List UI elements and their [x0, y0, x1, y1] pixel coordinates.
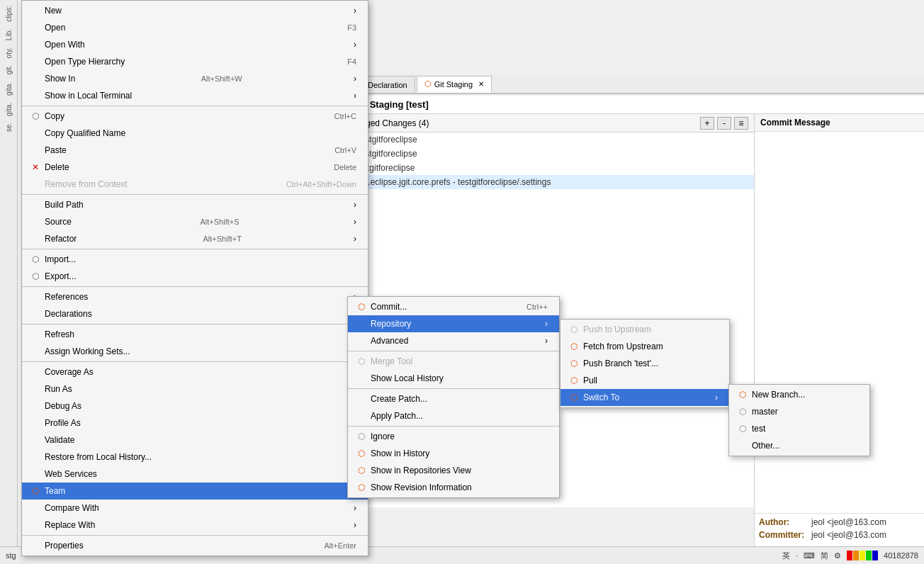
settings-icon[interactable]: ⚙ — [834, 551, 841, 560]
test-branch-icon: ⬡ — [736, 423, 749, 434]
menu-item-refresh[interactable]: Refresh F5 — [22, 326, 368, 343]
menu-item-show-in[interactable]: Show In Alt+Shift+W › — [22, 70, 368, 87]
left-sidebar: clips: Lib. oty. git. gita. gita. se. — [0, 0, 18, 546]
menu-item-export[interactable]: ⬡ Export... — [22, 268, 368, 285]
copy-icon: ⬡ — [29, 111, 42, 122]
switchto-test[interactable]: ⬡ test — [729, 420, 869, 437]
separator-2 — [22, 194, 368, 195]
keyboard-icon: ⌨ — [804, 551, 815, 560]
lang-indicator: 英 — [782, 551, 790, 561]
switchto-submenu: ⬡ New Branch... ⬡ master ⬡ test Other... — [728, 384, 870, 456]
team-menu-show-repos-view[interactable]: ⬡ Show in Repositories View — [348, 462, 559, 479]
menu-item-web-services[interactable]: Web Services › — [22, 466, 368, 483]
show-in-icon — [29, 73, 42, 84]
menu-item-team[interactable]: ⬡ Team › — [22, 483, 368, 500]
list-item[interactable]: .testgitforeclipse — [347, 147, 754, 161]
remove-staged-button[interactable]: - — [717, 117, 731, 130]
status-right: 英 · ⌨ 简 ⚙ 40182878 — [782, 551, 918, 561]
menu-item-delete[interactable]: ✕ Delete Delete — [22, 159, 368, 176]
menu-item-replace-with[interactable]: Replace With › — [22, 517, 368, 534]
menu-item-show-local-terminal[interactable]: Show in Local Terminal › — [22, 87, 368, 104]
menu-item-open-with[interactable]: Open With › — [22, 36, 368, 53]
chinese-indicator: 简 — [821, 551, 828, 561]
sidebar-item-7[interactable]: se. — [4, 120, 14, 135]
push-branch-icon: ⬡ — [568, 358, 580, 369]
team-menu-repository[interactable]: Repository › — [348, 315, 559, 332]
menu-staged-button[interactable]: ≡ — [734, 117, 748, 130]
repo-menu-fetch-upstream[interactable]: ⬡ Fetch from Upstream — [560, 338, 729, 355]
tab-git-staging[interactable]: ⬡ Git Staging ✕ — [417, 76, 492, 93]
menu-item-restore-history[interactable]: Restore from Local History... — [22, 449, 368, 466]
menu-item-source[interactable]: Source Alt+Shift+S › — [22, 213, 368, 230]
repo-menu-switch-to[interactable]: ⬡ Switch To › — [560, 389, 729, 406]
build-path-icon — [29, 199, 42, 210]
build-number: 40182878 — [884, 551, 918, 560]
team-menu-apply-patch[interactable]: Apply Patch... — [348, 407, 559, 424]
menu-item-debug-as[interactable]: Debug As › — [22, 397, 368, 414]
paste-icon — [29, 145, 42, 156]
switchto-master[interactable]: ⬡ master — [729, 403, 869, 420]
add-staged-button[interactable]: + — [700, 117, 714, 130]
run-icon — [29, 383, 42, 395]
sidebar-item-3[interactable]: oty. — [4, 45, 14, 61]
list-item[interactable]: .testgitforeclipse — [347, 132, 754, 147]
show-revision-icon: ⬡ — [355, 482, 368, 493]
menu-item-import[interactable]: ⬡ Import... — [22, 251, 368, 268]
push-upstream-icon: ⬡ — [568, 324, 580, 335]
team-sep-3 — [348, 426, 559, 427]
type-hierarchy-icon — [29, 56, 42, 67]
menu-item-references[interactable]: References › — [22, 288, 368, 305]
menu-item-paste[interactable]: Paste Ctrl+V — [22, 142, 368, 159]
menu-item-new[interactable]: New › — [22, 2, 368, 19]
menu-item-properties[interactable]: Properties Alt+Enter — [22, 537, 368, 554]
switchto-other[interactable]: Other... — [729, 437, 869, 454]
team-menu-commit[interactable]: ⬡ Commit... Ctrl++ — [348, 298, 559, 315]
switchto-new-branch[interactable]: ⬡ New Branch... — [729, 386, 869, 403]
team-menu-ignore[interactable]: ⬡ Ignore — [348, 428, 559, 445]
menu-item-copy[interactable]: ⬡ Copy Ctrl+C — [22, 108, 368, 125]
team-menu-show-history[interactable]: ⬡ Show in History — [348, 445, 559, 462]
import-icon: ⬡ — [29, 254, 42, 265]
create-patch-icon — [355, 393, 368, 405]
git-team-icon: ⬡ — [29, 485, 42, 497]
team-menu-merge-tool: ⬡ Merge Tool — [348, 353, 559, 370]
team-menu-show-revision[interactable]: ⬡ Show Revision Information — [348, 479, 559, 496]
team-menu-advanced[interactable]: Advanced › — [348, 332, 559, 349]
menu-item-open[interactable]: Open F3 — [22, 19, 368, 36]
repo-menu-push-branch[interactable]: ⬡ Push Branch 'test'... — [560, 355, 729, 372]
menu-item-open-type-hierarchy[interactable]: Open Type Hierarchy F4 — [22, 53, 368, 70]
menu-item-declarations[interactable]: Declarations › — [22, 305, 368, 322]
list-item[interactable]: testgitforeclipse — [347, 161, 754, 175]
team-menu-create-patch[interactable]: Create Patch... — [348, 390, 559, 407]
web-services-icon — [29, 468, 42, 480]
menu-item-compare-with[interactable]: Compare With › — [22, 500, 368, 517]
menu-item-run-as[interactable]: Run As › — [22, 380, 368, 397]
ignore-icon: ⬡ — [355, 431, 368, 442]
menu-item-validate[interactable]: Validate — [22, 432, 368, 449]
working-sets-icon — [29, 346, 42, 357]
menu-item-assign-working-sets[interactable]: Assign Working Sets... — [22, 343, 368, 360]
git-staging-title: Git Staging [test] — [347, 96, 924, 114]
repo-menu-pull[interactable]: ⬡ Pull — [560, 372, 729, 389]
sidebar-item-5[interactable]: gita. — [4, 79, 14, 98]
sidebar-item-6[interactable]: gita. — [4, 100, 14, 119]
git-icon: ⬡ — [424, 79, 432, 89]
staged-changes-toolbar: Staged Changes (4) + - ≡ — [347, 114, 754, 132]
menu-item-coverage-as[interactable]: Coverage As › — [22, 363, 368, 380]
list-item-highlighted[interactable]: org.eclipse.jgit.core.prefs - testgitfor… — [347, 175, 754, 189]
menu-item-remove-context: Remove from Context Ctrl+Alt+Shift+Down — [22, 176, 368, 193]
apply-patch-icon — [355, 410, 368, 422]
switch-to-icon: ⬡ — [568, 392, 580, 403]
source-icon — [29, 216, 42, 227]
menu-item-build-path[interactable]: Build Path › — [22, 196, 368, 213]
sidebar-item-4[interactable]: git. — [4, 62, 14, 77]
sidebar-item-2[interactable]: Lib. — [4, 26, 14, 43]
remove-context-icon — [29, 179, 42, 190]
coverage-icon — [29, 366, 42, 378]
team-menu-show-local-history[interactable]: Show Local History — [348, 370, 559, 387]
close-icon[interactable]: ✕ — [478, 80, 484, 88]
menu-item-refactor[interactable]: Refactor Alt+Shift+T › — [22, 230, 368, 247]
menu-item-copy-qualified[interactable]: Copy Qualified Name — [22, 125, 368, 142]
sidebar-item-1[interactable]: clips: — [4, 3, 14, 25]
menu-item-profile-as[interactable]: Profile As › — [22, 414, 368, 432]
